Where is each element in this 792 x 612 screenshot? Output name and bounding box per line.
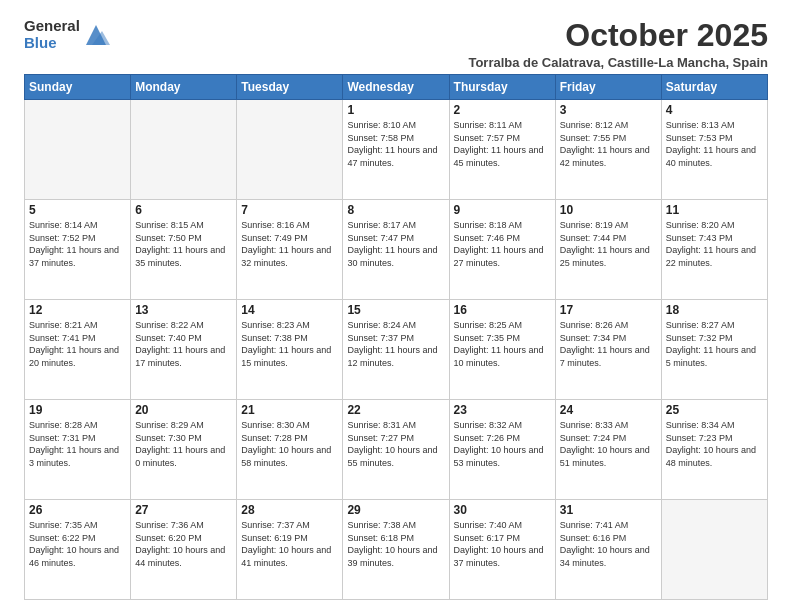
calendar-week-row: 1Sunrise: 8:10 AM Sunset: 7:58 PM Daylig… xyxy=(25,100,768,200)
table-row: 14Sunrise: 8:23 AM Sunset: 7:38 PM Dayli… xyxy=(237,300,343,400)
day-info: Sunrise: 8:16 AM Sunset: 7:49 PM Dayligh… xyxy=(241,219,338,269)
logo-blue: Blue xyxy=(24,35,80,52)
table-row: 13Sunrise: 8:22 AM Sunset: 7:40 PM Dayli… xyxy=(131,300,237,400)
day-info: Sunrise: 8:34 AM Sunset: 7:23 PM Dayligh… xyxy=(666,419,763,469)
day-info: Sunrise: 8:20 AM Sunset: 7:43 PM Dayligh… xyxy=(666,219,763,269)
day-info: Sunrise: 8:17 AM Sunset: 7:47 PM Dayligh… xyxy=(347,219,444,269)
table-row xyxy=(25,100,131,200)
day-number: 31 xyxy=(560,503,657,517)
day-number: 11 xyxy=(666,203,763,217)
day-number: 14 xyxy=(241,303,338,317)
table-row: 30Sunrise: 7:40 AM Sunset: 6:17 PM Dayli… xyxy=(449,500,555,600)
day-number: 12 xyxy=(29,303,126,317)
day-number: 1 xyxy=(347,103,444,117)
day-info: Sunrise: 8:19 AM Sunset: 7:44 PM Dayligh… xyxy=(560,219,657,269)
table-row: 11Sunrise: 8:20 AM Sunset: 7:43 PM Dayli… xyxy=(661,200,767,300)
day-info: Sunrise: 7:38 AM Sunset: 6:18 PM Dayligh… xyxy=(347,519,444,569)
logo-icon xyxy=(82,21,110,49)
day-number: 7 xyxy=(241,203,338,217)
table-row: 31Sunrise: 7:41 AM Sunset: 6:16 PM Dayli… xyxy=(555,500,661,600)
day-number: 23 xyxy=(454,403,551,417)
day-number: 5 xyxy=(29,203,126,217)
day-number: 28 xyxy=(241,503,338,517)
month-title: October 2025 xyxy=(468,18,768,53)
location: Torralba de Calatrava, Castille-La Manch… xyxy=(468,55,768,70)
day-info: Sunrise: 8:28 AM Sunset: 7:31 PM Dayligh… xyxy=(29,419,126,469)
day-number: 21 xyxy=(241,403,338,417)
day-number: 30 xyxy=(454,503,551,517)
day-info: Sunrise: 8:29 AM Sunset: 7:30 PM Dayligh… xyxy=(135,419,232,469)
logo-general: General xyxy=(24,18,80,35)
table-row: 24Sunrise: 8:33 AM Sunset: 7:24 PM Dayli… xyxy=(555,400,661,500)
day-number: 13 xyxy=(135,303,232,317)
table-row: 15Sunrise: 8:24 AM Sunset: 7:37 PM Dayli… xyxy=(343,300,449,400)
day-number: 17 xyxy=(560,303,657,317)
day-info: Sunrise: 7:35 AM Sunset: 6:22 PM Dayligh… xyxy=(29,519,126,569)
col-friday: Friday xyxy=(555,75,661,100)
table-row: 16Sunrise: 8:25 AM Sunset: 7:35 PM Dayli… xyxy=(449,300,555,400)
table-row xyxy=(661,500,767,600)
table-row: 3Sunrise: 8:12 AM Sunset: 7:55 PM Daylig… xyxy=(555,100,661,200)
col-saturday: Saturday xyxy=(661,75,767,100)
page: General Blue October 2025 Torralba de Ca… xyxy=(0,0,792,612)
table-row: 2Sunrise: 8:11 AM Sunset: 7:57 PM Daylig… xyxy=(449,100,555,200)
day-number: 26 xyxy=(29,503,126,517)
table-row: 17Sunrise: 8:26 AM Sunset: 7:34 PM Dayli… xyxy=(555,300,661,400)
day-info: Sunrise: 8:26 AM Sunset: 7:34 PM Dayligh… xyxy=(560,319,657,369)
col-wednesday: Wednesday xyxy=(343,75,449,100)
day-number: 18 xyxy=(666,303,763,317)
table-row xyxy=(237,100,343,200)
calendar-table: Sunday Monday Tuesday Wednesday Thursday… xyxy=(24,74,768,600)
table-row: 19Sunrise: 8:28 AM Sunset: 7:31 PM Dayli… xyxy=(25,400,131,500)
day-number: 15 xyxy=(347,303,444,317)
day-number: 19 xyxy=(29,403,126,417)
day-number: 3 xyxy=(560,103,657,117)
table-row: 26Sunrise: 7:35 AM Sunset: 6:22 PM Dayli… xyxy=(25,500,131,600)
day-number: 2 xyxy=(454,103,551,117)
table-row: 7Sunrise: 8:16 AM Sunset: 7:49 PM Daylig… xyxy=(237,200,343,300)
calendar-header-row: Sunday Monday Tuesday Wednesday Thursday… xyxy=(25,75,768,100)
day-info: Sunrise: 8:23 AM Sunset: 7:38 PM Dayligh… xyxy=(241,319,338,369)
calendar-week-row: 19Sunrise: 8:28 AM Sunset: 7:31 PM Dayli… xyxy=(25,400,768,500)
day-info: Sunrise: 8:24 AM Sunset: 7:37 PM Dayligh… xyxy=(347,319,444,369)
table-row: 6Sunrise: 8:15 AM Sunset: 7:50 PM Daylig… xyxy=(131,200,237,300)
day-info: Sunrise: 8:14 AM Sunset: 7:52 PM Dayligh… xyxy=(29,219,126,269)
table-row: 1Sunrise: 8:10 AM Sunset: 7:58 PM Daylig… xyxy=(343,100,449,200)
table-row: 4Sunrise: 8:13 AM Sunset: 7:53 PM Daylig… xyxy=(661,100,767,200)
table-row: 21Sunrise: 8:30 AM Sunset: 7:28 PM Dayli… xyxy=(237,400,343,500)
table-row: 18Sunrise: 8:27 AM Sunset: 7:32 PM Dayli… xyxy=(661,300,767,400)
day-number: 25 xyxy=(666,403,763,417)
day-info: Sunrise: 8:27 AM Sunset: 7:32 PM Dayligh… xyxy=(666,319,763,369)
col-sunday: Sunday xyxy=(25,75,131,100)
day-info: Sunrise: 7:37 AM Sunset: 6:19 PM Dayligh… xyxy=(241,519,338,569)
table-row: 27Sunrise: 7:36 AM Sunset: 6:20 PM Dayli… xyxy=(131,500,237,600)
day-info: Sunrise: 8:12 AM Sunset: 7:55 PM Dayligh… xyxy=(560,119,657,169)
table-row xyxy=(131,100,237,200)
table-row: 29Sunrise: 7:38 AM Sunset: 6:18 PM Dayli… xyxy=(343,500,449,600)
header: General Blue October 2025 Torralba de Ca… xyxy=(24,18,768,70)
col-monday: Monday xyxy=(131,75,237,100)
day-number: 27 xyxy=(135,503,232,517)
table-row: 12Sunrise: 8:21 AM Sunset: 7:41 PM Dayli… xyxy=(25,300,131,400)
col-tuesday: Tuesday xyxy=(237,75,343,100)
day-number: 24 xyxy=(560,403,657,417)
day-info: Sunrise: 7:40 AM Sunset: 6:17 PM Dayligh… xyxy=(454,519,551,569)
day-info: Sunrise: 8:33 AM Sunset: 7:24 PM Dayligh… xyxy=(560,419,657,469)
day-info: Sunrise: 8:32 AM Sunset: 7:26 PM Dayligh… xyxy=(454,419,551,469)
day-info: Sunrise: 8:13 AM Sunset: 7:53 PM Dayligh… xyxy=(666,119,763,169)
table-row: 10Sunrise: 8:19 AM Sunset: 7:44 PM Dayli… xyxy=(555,200,661,300)
table-row: 20Sunrise: 8:29 AM Sunset: 7:30 PM Dayli… xyxy=(131,400,237,500)
logo: General Blue xyxy=(24,18,110,51)
day-info: Sunrise: 8:22 AM Sunset: 7:40 PM Dayligh… xyxy=(135,319,232,369)
day-number: 20 xyxy=(135,403,232,417)
day-number: 4 xyxy=(666,103,763,117)
calendar-week-row: 26Sunrise: 7:35 AM Sunset: 6:22 PM Dayli… xyxy=(25,500,768,600)
day-info: Sunrise: 8:31 AM Sunset: 7:27 PM Dayligh… xyxy=(347,419,444,469)
calendar-week-row: 12Sunrise: 8:21 AM Sunset: 7:41 PM Dayli… xyxy=(25,300,768,400)
table-row: 9Sunrise: 8:18 AM Sunset: 7:46 PM Daylig… xyxy=(449,200,555,300)
day-number: 22 xyxy=(347,403,444,417)
day-number: 16 xyxy=(454,303,551,317)
day-info: Sunrise: 8:18 AM Sunset: 7:46 PM Dayligh… xyxy=(454,219,551,269)
table-row: 28Sunrise: 7:37 AM Sunset: 6:19 PM Dayli… xyxy=(237,500,343,600)
day-info: Sunrise: 8:10 AM Sunset: 7:58 PM Dayligh… xyxy=(347,119,444,169)
